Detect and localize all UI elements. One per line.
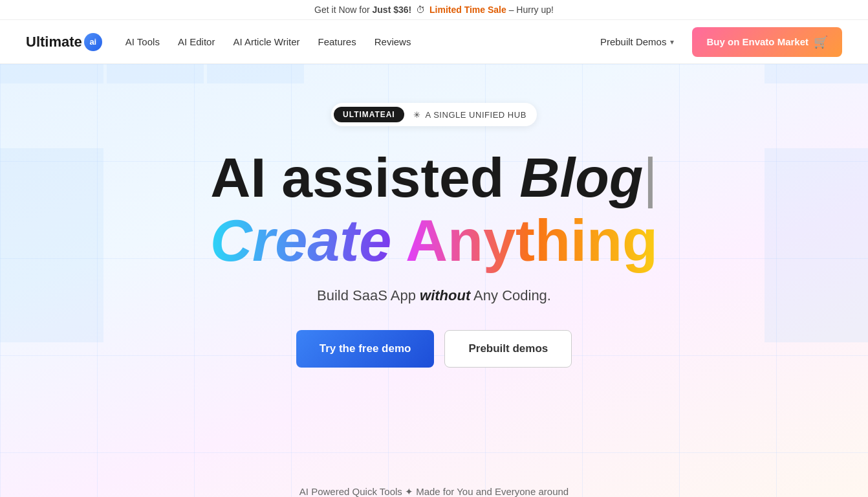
badge-light-label: ✳ A SINGLE UNIFIED HUB (411, 110, 533, 120)
hero-badge: ULTIMATEAI ✳ A SINGLE UNIFIED HUB (331, 103, 537, 126)
prebuilt-demos-label: Prebuilt Demos (600, 36, 667, 47)
cta-buttons: Try the free demo Prebuilt demos (210, 330, 658, 368)
hero-title-line1: AI assisted Blog| (210, 149, 658, 205)
nav-features[interactable]: Features (318, 36, 356, 47)
buy-button-label: Buy on Envato Market (706, 36, 808, 47)
deco-block-top-right (765, 64, 868, 83)
logo[interactable]: Ultimateai (26, 33, 102, 51)
cart-icon: 🛒 (814, 35, 828, 49)
banner-price: Just $36! (373, 5, 412, 15)
navbar: Ultimateai AI Tools AI Editor AI Article… (0, 20, 868, 64)
nav-reviews[interactable]: Reviews (374, 36, 411, 47)
nav-links: AI Tools AI Editor AI Article Writer Fea… (125, 36, 411, 47)
nav-ai-article-writer[interactable]: AI Article Writer (233, 36, 299, 47)
timer-icon: ⏱ (416, 5, 425, 15)
hero-title-line2: Create Anything (210, 210, 658, 272)
logo-ai-badge: ai (84, 33, 102, 51)
prebuilt-demos-cta-button[interactable]: Prebuilt demos (444, 330, 572, 368)
banner-sale: Limited Time Sale (429, 5, 506, 15)
deco-block-top-left (0, 64, 103, 83)
deco-block-left (0, 148, 103, 342)
deco-block-top-3 (207, 64, 304, 83)
nav-ai-editor[interactable]: AI Editor (178, 36, 215, 47)
deco-block-top-2 (107, 64, 204, 83)
title-italic-blog: Blog (519, 146, 643, 208)
top-banner: Get it Now for Just $36! ⏱ Limited Time … (0, 0, 868, 20)
try-free-demo-button[interactable]: Try the free demo (296, 330, 435, 368)
prebuilt-demos-button[interactable]: Prebuilt Demos ▾ (592, 31, 682, 52)
badge-dark-label: ULTIMATEAI (334, 107, 404, 122)
hero-bottom-hint: AI Powered Quick Tools ✦ Made for You an… (299, 486, 569, 497)
buy-button[interactable]: Buy on Envato Market 🛒 (692, 27, 842, 57)
title-word-create: Create (210, 208, 391, 273)
nav-ai-tools[interactable]: AI Tools (125, 36, 160, 47)
deco-block-right (765, 148, 868, 342)
subtitle-italic: without (420, 287, 470, 304)
navbar-right: Prebuilt Demos ▾ Buy on Envato Market 🛒 (592, 27, 842, 57)
logo-text: Ultimate (26, 34, 82, 50)
badge-star-icon: ✳ (413, 110, 421, 120)
title-cursor: | (643, 146, 657, 208)
banner-text-before: Get it Now for (314, 5, 372, 15)
navbar-left: Ultimateai AI Tools AI Editor AI Article… (26, 33, 411, 51)
hero-content: ULTIMATEAI ✳ A SINGLE UNIFIED HUB AI ass… (210, 103, 658, 406)
hero-subtitle: Build SaaS App without Any Coding. (210, 287, 658, 304)
hero-section: ULTIMATEAI ✳ A SINGLE UNIFIED HUB AI ass… (0, 64, 868, 497)
title-word-anything: Anything (406, 208, 658, 273)
chevron-down-icon: ▾ (670, 38, 674, 47)
banner-text-after: – Hurry up! (509, 5, 554, 15)
